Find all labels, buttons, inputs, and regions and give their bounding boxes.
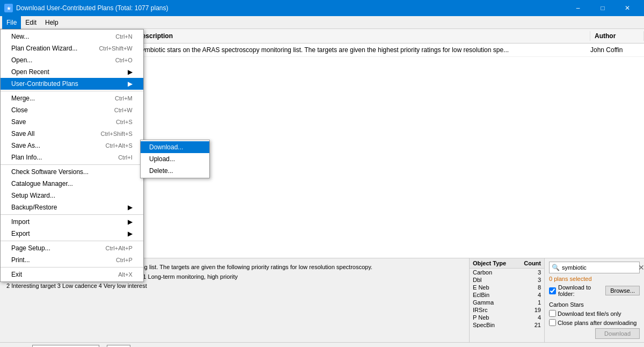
- menu-catalogue-manager[interactable]: Catalogue Manager...: [1, 178, 143, 190]
- close-plans-label: Close plans after downloading: [558, 320, 636, 326]
- download-folder-row: Download to folder: Browse...: [549, 284, 640, 297]
- menu-file[interactable]: File: [2, 16, 21, 29]
- close-plans-row: Close plans after downloading: [549, 319, 640, 326]
- download-text-only-row: Download text file/s only: [549, 310, 640, 317]
- menu-open-recent[interactable]: Open Recent ▶: [1, 66, 143, 78]
- object-type-specbin[interactable]: SpecBin21: [470, 321, 544, 328]
- description-line3: 2 Interesting target 3 Low cadence 4 Ver…: [6, 281, 463, 291]
- search-input[interactable]: [562, 264, 636, 271]
- window-controls: – □ ✕: [566, 0, 640, 16]
- download-text-only-checkbox[interactable]: [549, 310, 556, 317]
- download-folder-checkbox[interactable]: [549, 287, 556, 294]
- window-title: Download User-Contributed Plans (Total: …: [16, 4, 168, 12]
- object-type-irsrc[interactable]: IRSrc19: [470, 306, 544, 314]
- count-col-label: Count: [524, 260, 541, 266]
- object-type-carbon[interactable]: Carbon3: [470, 269, 544, 276]
- close-plans-checkbox[interactable]: [549, 319, 556, 326]
- menu-user-contributed-plans[interactable]: User-Contributed Plans ▶: [1, 78, 143, 90]
- section-label: Carbon Stars: [549, 301, 640, 308]
- close-button[interactable]: ✕: [615, 0, 640, 16]
- col-header-author: Author: [590, 31, 644, 41]
- menu-merge[interactable]: Merge... Ctrl+M: [1, 92, 143, 104]
- maximize-button[interactable]: □: [590, 0, 615, 16]
- submenu-download[interactable]: Download...: [141, 141, 209, 153]
- cell-description: Symbiotic stars on the ARAS spectroscopy…: [133, 45, 586, 55]
- download-text-only-label: Download text file/s only: [558, 310, 621, 317]
- menu-page-setup[interactable]: Page Setup... Ctrl+Alt+P: [1, 242, 143, 254]
- title-bar: ★ Download User-Contributed Plans (Total…: [0, 0, 644, 16]
- menu-new[interactable]: New... Ctrl+N: [1, 31, 143, 42]
- file-dropdown: New... Ctrl+N Plan Creation Wizard... Ct…: [0, 29, 144, 282]
- user-contributed-submenu: Download... Upload... Delete...: [140, 140, 210, 178]
- menu-check-software[interactable]: Check Software Versions...: [1, 166, 143, 178]
- object-type-pneb[interactable]: P Neb4: [470, 314, 544, 321]
- browse-button[interactable]: Browse...: [605, 286, 640, 295]
- minimize-button[interactable]: –: [566, 0, 590, 16]
- menu-print[interactable]: Print... Ctrl+P: [1, 254, 143, 266]
- menu-bar: File Edit Help New... Ctrl+N Plan Creati…: [0, 16, 644, 29]
- search-box: 🔍 ✕: [549, 262, 640, 273]
- menu-save[interactable]: Save Ctrl+S: [1, 116, 143, 128]
- menu-edit[interactable]: Edit: [21, 16, 41, 29]
- menu-help[interactable]: Help: [41, 16, 63, 29]
- menu-save-as[interactable]: Save As... Ctrl+Alt+S: [1, 140, 143, 151]
- category-tag-aras[interactable]: ARAS: [107, 345, 130, 347]
- object-type-gamma[interactable]: Gamma1: [470, 299, 544, 306]
- object-type-col-label: Object Type: [473, 260, 506, 266]
- object-type-panel: Object Type Count Carbon3 Dbl3 E Neb8 Ec…: [470, 258, 545, 342]
- menu-setup-wizard[interactable]: Setup Wizard...: [1, 190, 143, 201]
- object-type-header: Object Type Count: [470, 258, 544, 269]
- search-clear-button[interactable]: ✕: [638, 263, 644, 272]
- menu-save-all[interactable]: Save All Ctrl+Shift+S: [1, 128, 143, 140]
- menu-open[interactable]: Open... Ctrl+O: [1, 54, 143, 66]
- submenu-delete[interactable]: Delete...: [141, 165, 209, 177]
- menu-import[interactable]: Import ▶: [1, 216, 143, 228]
- object-type-dbl[interactable]: Dbl3: [470, 276, 544, 284]
- file-dropdown-container: New... Ctrl+N Plan Creation Wizard... Ct…: [0, 29, 144, 282]
- menu-plan-creation-wizard[interactable]: Plan Creation Wizard... Ctrl+Shift+W: [1, 42, 143, 54]
- search-icon: 🔍: [552, 264, 560, 271]
- object-type-eneb[interactable]: E Neb8: [470, 284, 544, 291]
- download-folder-label: Download to folder:: [558, 284, 603, 297]
- menu-backup-restore[interactable]: Backup/Restore ▶: [1, 201, 143, 213]
- category-bar: Category: Astronomical Societies – ARAS: [0, 342, 644, 347]
- menu-exit[interactable]: Exit Alt+X: [1, 269, 143, 280]
- menu-export[interactable]: Export ▶: [1, 228, 143, 240]
- object-type-list[interactable]: Carbon3 Dbl3 E Neb8 EclBin4 Gamma1: [470, 269, 544, 328]
- menu-close[interactable]: Close Ctrl+W: [1, 104, 143, 116]
- plans-selected-label: 0 plans selected: [549, 276, 640, 282]
- cell-author: John Coffin: [586, 45, 640, 55]
- category-tag-astronomical-societies[interactable]: Astronomical Societies: [32, 345, 99, 347]
- submenu-upload[interactable]: Upload...: [141, 153, 209, 165]
- col-header-description: Description: [133, 31, 590, 41]
- right-panel: 🔍 ✕ 0 plans selected Download to folder:…: [545, 258, 644, 342]
- object-type-eclbin[interactable]: EclBin4: [470, 291, 544, 299]
- menu-plan-info[interactable]: Plan Info... Ctrl+I: [1, 151, 143, 163]
- download-button[interactable]: Download: [595, 328, 640, 339]
- app-icon: ★: [4, 4, 13, 12]
